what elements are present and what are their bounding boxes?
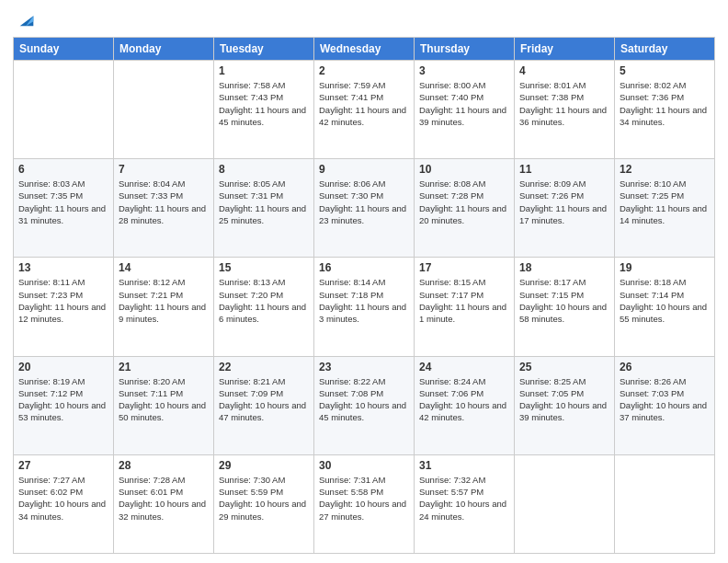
day-cell: 8Sunrise: 8:05 AMSunset: 7:31 PMDaylight… <box>214 159 314 258</box>
day-detail: Sunrise: 8:11 AMSunset: 7:23 PMDaylight:… <box>18 276 108 325</box>
week-row-5: 27Sunrise: 7:27 AMSunset: 6:02 PMDayligh… <box>14 454 715 553</box>
day-cell: 1Sunrise: 7:58 AMSunset: 7:43 PMDaylight… <box>214 61 314 159</box>
day-number: 30 <box>319 459 409 472</box>
day-number: 2 <box>319 64 409 77</box>
day-cell: 14Sunrise: 8:12 AMSunset: 7:21 PMDayligh… <box>114 258 214 356</box>
day-detail: Sunrise: 8:22 AMSunset: 7:08 PMDaylight:… <box>319 375 409 424</box>
day-cell: 25Sunrise: 8:25 AMSunset: 7:05 PMDayligh… <box>515 356 615 454</box>
day-detail: Sunrise: 8:15 AMSunset: 7:17 PMDaylight:… <box>419 276 509 325</box>
day-number: 10 <box>419 163 509 176</box>
header-cell-thursday: Thursday <box>415 38 515 61</box>
day-number: 13 <box>18 261 108 274</box>
day-detail: Sunrise: 8:08 AMSunset: 7:28 PMDaylight:… <box>419 178 509 226</box>
calendar-table: SundayMondayTuesdayWednesdayThursdayFrid… <box>13 37 715 554</box>
day-number: 7 <box>119 163 209 176</box>
week-row-4: 20Sunrise: 8:19 AMSunset: 7:12 PMDayligh… <box>14 356 715 454</box>
day-cell: 23Sunrise: 8:22 AMSunset: 7:08 PMDayligh… <box>314 356 415 454</box>
day-cell: 5Sunrise: 8:02 AMSunset: 7:36 PMDaylight… <box>615 61 715 159</box>
header-cell-tuesday: Tuesday <box>214 38 314 61</box>
day-cell: 28Sunrise: 7:28 AMSunset: 6:01 PMDayligh… <box>114 454 214 553</box>
day-number: 17 <box>419 261 509 274</box>
day-cell: 26Sunrise: 8:26 AMSunset: 7:03 PMDayligh… <box>615 356 715 454</box>
day-cell: 20Sunrise: 8:19 AMSunset: 7:12 PMDayligh… <box>14 356 114 454</box>
day-cell: 10Sunrise: 8:08 AMSunset: 7:28 PMDayligh… <box>415 159 515 258</box>
day-number: 29 <box>219 459 309 472</box>
day-detail: Sunrise: 8:10 AMSunset: 7:25 PMDaylight:… <box>620 178 710 226</box>
day-cell: 27Sunrise: 7:27 AMSunset: 6:02 PMDayligh… <box>14 454 114 553</box>
day-cell <box>515 454 615 553</box>
day-number: 23 <box>319 361 409 373</box>
day-detail: Sunrise: 8:19 AMSunset: 7:12 PMDaylight:… <box>18 375 108 424</box>
day-detail: Sunrise: 7:59 AMSunset: 7:41 PMDaylight:… <box>319 79 409 128</box>
day-number: 20 <box>18 361 108 373</box>
day-detail: Sunrise: 8:24 AMSunset: 7:06 PMDaylight:… <box>419 375 509 424</box>
day-number: 14 <box>119 261 209 274</box>
day-cell <box>114 61 214 159</box>
day-detail: Sunrise: 8:21 AMSunset: 7:09 PMDaylight:… <box>219 375 309 424</box>
week-row-3: 13Sunrise: 8:11 AMSunset: 7:23 PMDayligh… <box>14 258 715 356</box>
day-number: 22 <box>219 361 309 373</box>
logo-icon <box>17 9 37 29</box>
week-row-1: 1Sunrise: 7:58 AMSunset: 7:43 PMDaylight… <box>14 61 715 159</box>
day-number: 11 <box>519 163 609 176</box>
day-number: 9 <box>319 163 409 176</box>
day-detail: Sunrise: 8:00 AMSunset: 7:40 PMDaylight:… <box>419 79 509 128</box>
header-cell-sunday: Sunday <box>14 38 114 61</box>
day-cell: 7Sunrise: 8:04 AMSunset: 7:33 PMDaylight… <box>114 159 214 258</box>
day-cell: 12Sunrise: 8:10 AMSunset: 7:25 PMDayligh… <box>615 159 715 258</box>
day-detail: Sunrise: 8:09 AMSunset: 7:26 PMDaylight:… <box>519 178 609 226</box>
day-cell <box>615 454 715 553</box>
day-number: 19 <box>620 261 710 274</box>
day-cell: 15Sunrise: 8:13 AMSunset: 7:20 PMDayligh… <box>214 258 314 356</box>
day-detail: Sunrise: 7:58 AMSunset: 7:43 PMDaylight:… <box>219 79 309 128</box>
day-detail: Sunrise: 8:01 AMSunset: 7:38 PMDaylight:… <box>519 79 609 128</box>
day-detail: Sunrise: 7:30 AMSunset: 5:59 PMDaylight:… <box>219 474 309 523</box>
day-cell: 2Sunrise: 7:59 AMSunset: 7:41 PMDaylight… <box>314 61 415 159</box>
day-cell: 9Sunrise: 8:06 AMSunset: 7:30 PMDaylight… <box>314 159 415 258</box>
day-detail: Sunrise: 7:28 AMSunset: 6:01 PMDaylight:… <box>119 474 209 523</box>
day-number: 12 <box>620 163 710 176</box>
day-number: 1 <box>219 64 309 77</box>
day-number: 18 <box>519 261 609 274</box>
day-number: 24 <box>419 361 509 373</box>
header-cell-saturday: Saturday <box>615 38 715 61</box>
day-number: 21 <box>119 361 209 373</box>
day-detail: Sunrise: 8:18 AMSunset: 7:14 PMDaylight:… <box>620 276 710 325</box>
header-row: SundayMondayTuesdayWednesdayThursdayFrid… <box>14 38 715 61</box>
day-number: 3 <box>419 64 509 77</box>
week-row-2: 6Sunrise: 8:03 AMSunset: 7:35 PMDaylight… <box>14 159 715 258</box>
day-number: 16 <box>319 261 409 274</box>
day-detail: Sunrise: 8:26 AMSunset: 7:03 PMDaylight:… <box>620 375 710 424</box>
day-number: 6 <box>18 163 108 176</box>
day-detail: Sunrise: 8:02 AMSunset: 7:36 PMDaylight:… <box>620 79 710 128</box>
day-cell: 6Sunrise: 8:03 AMSunset: 7:35 PMDaylight… <box>14 159 114 258</box>
day-detail: Sunrise: 8:13 AMSunset: 7:20 PMDaylight:… <box>219 276 309 325</box>
logo <box>13 9 37 29</box>
day-cell: 17Sunrise: 8:15 AMSunset: 7:17 PMDayligh… <box>415 258 515 356</box>
header-cell-friday: Friday <box>515 38 615 61</box>
day-cell: 30Sunrise: 7:31 AMSunset: 5:58 PMDayligh… <box>314 454 415 553</box>
day-cell: 29Sunrise: 7:30 AMSunset: 5:59 PMDayligh… <box>214 454 314 553</box>
header-cell-wednesday: Wednesday <box>314 38 415 61</box>
day-detail: Sunrise: 8:25 AMSunset: 7:05 PMDaylight:… <box>519 375 609 424</box>
day-cell: 3Sunrise: 8:00 AMSunset: 7:40 PMDaylight… <box>415 61 515 159</box>
day-number: 27 <box>18 459 108 472</box>
day-cell: 18Sunrise: 8:17 AMSunset: 7:15 PMDayligh… <box>515 258 615 356</box>
day-number: 5 <box>620 64 710 77</box>
day-detail: Sunrise: 8:06 AMSunset: 7:30 PMDaylight:… <box>319 178 409 226</box>
day-number: 8 <box>219 163 309 176</box>
day-cell: 22Sunrise: 8:21 AMSunset: 7:09 PMDayligh… <box>214 356 314 454</box>
day-detail: Sunrise: 8:17 AMSunset: 7:15 PMDaylight:… <box>519 276 609 325</box>
day-detail: Sunrise: 8:05 AMSunset: 7:31 PMDaylight:… <box>219 178 309 226</box>
day-cell: 31Sunrise: 7:32 AMSunset: 5:57 PMDayligh… <box>415 454 515 553</box>
day-detail: Sunrise: 7:31 AMSunset: 5:58 PMDaylight:… <box>319 474 409 523</box>
day-cell: 21Sunrise: 8:20 AMSunset: 7:11 PMDayligh… <box>114 356 214 454</box>
day-number: 15 <box>219 261 309 274</box>
day-cell: 11Sunrise: 8:09 AMSunset: 7:26 PMDayligh… <box>515 159 615 258</box>
day-cell: 19Sunrise: 8:18 AMSunset: 7:14 PMDayligh… <box>615 258 715 356</box>
day-cell: 13Sunrise: 8:11 AMSunset: 7:23 PMDayligh… <box>14 258 114 356</box>
day-number: 25 <box>519 361 609 373</box>
day-number: 28 <box>119 459 209 472</box>
day-detail: Sunrise: 8:03 AMSunset: 7:35 PMDaylight:… <box>18 178 108 226</box>
day-detail: Sunrise: 7:27 AMSunset: 6:02 PMDaylight:… <box>18 474 108 523</box>
